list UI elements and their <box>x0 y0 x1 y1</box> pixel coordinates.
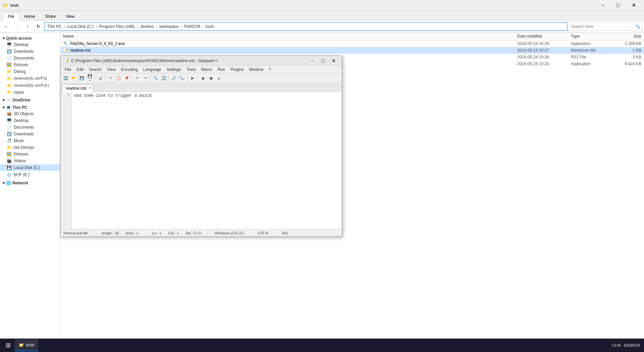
chevron-icon-pc: ▾ <box>3 105 5 110</box>
tab-home[interactable]: Home <box>19 12 40 20</box>
taskbar-time: 13:45 <box>612 343 621 347</box>
npp-tool-stop[interactable]: ⏹ <box>207 75 215 82</box>
table-row[interactable]: 📝 readme.md 2018-05-24 10:27 Markdown fi… <box>60 47 644 54</box>
col-name-header[interactable]: Name <box>63 34 517 39</box>
tab-share[interactable]: Share <box>40 12 61 20</box>
npp-tool-save[interactable]: 💾 <box>78 75 86 82</box>
maximize-button[interactable]: □ <box>610 0 626 11</box>
downloads-icon-pc: ⬇️ <box>7 132 12 136</box>
tab-view[interactable]: View <box>61 12 79 20</box>
npp-menu-language[interactable]: Language <box>141 67 164 73</box>
line-number-1: 1 <box>62 93 70 98</box>
sidebar-item-desktop-qa[interactable]: 🖥️ Desktop <box>0 41 60 48</box>
sidebar-item-desktop-pc[interactable]: 🖥️ Desktop <box>0 117 60 124</box>
title-text: tools <box>10 3 19 8</box>
npp-tool-paste[interactable]: 📌 <box>123 75 130 82</box>
npp-menu-tools[interactable]: Tools <box>184 67 199 73</box>
npp-tab-close-icon[interactable]: ✕ <box>89 86 92 90</box>
col-size-header[interactable]: Size <box>614 34 641 39</box>
npp-tool-undo[interactable]: ↩ <box>133 75 141 82</box>
tab-file[interactable]: File <box>3 12 19 20</box>
sidebar-section-thispc[interactable]: ▾ 💻 This PC <box>0 103 60 111</box>
npp-tool-replace[interactable]: 🔄 <box>160 75 167 82</box>
address-path[interactable]: This PC › Local Disk (C:) › Program File… <box>44 22 568 31</box>
npp-content[interactable]: add some line to trigger a build <box>71 92 342 229</box>
npp-tool-print[interactable]: 🖨 <box>97 75 104 82</box>
npp-tool-open[interactable]: 📂 <box>70 75 77 82</box>
sidebar-item-documents-qa[interactable]: 📄 Documents <box>0 55 60 61</box>
npp-tool-find[interactable]: 🔍 <box>152 75 159 82</box>
sidebar-item-repair[interactable]: 📁 repair <box>0 89 60 96</box>
col-date-header[interactable]: Date modified <box>517 34 571 39</box>
col-type-header[interactable]: Type <box>571 34 614 39</box>
table-row[interactable]: 🔧 FileZilla_Server-0_9_60_2.exe 2018-05-… <box>60 40 644 47</box>
documents-icon-pc: 📄 <box>7 125 12 130</box>
refresh-button[interactable]: ↻ <box>34 22 43 31</box>
npp-menu-search[interactable]: Search <box>86 67 104 73</box>
sidebar-item-videos[interactable]: 🎬 Videos <box>0 158 60 164</box>
npp-tool-zoom-out[interactable]: 🔍- <box>178 75 186 82</box>
npp-menu-file[interactable]: File <box>62 67 74 73</box>
npp-tab-readme[interactable]: readme.md ✕ <box>62 85 93 92</box>
npp-tool-redo[interactable]: ↪ <box>142 75 149 82</box>
npp-tool-playback[interactable]: ⏵ <box>215 75 223 82</box>
taskbar-item-tools[interactable]: 📁 tools <box>15 339 38 351</box>
pictures-icon-qa: 🖼️ <box>7 62 12 67</box>
sidebar-item-documents-pc[interactable]: 📄 Documents <box>0 124 60 131</box>
sidebar-item-netdevops[interactable]: 📁 net Devops <box>0 144 60 151</box>
sidebar-item-pictures-qa[interactable]: 🖼️ Pictures <box>0 61 60 68</box>
sidebar-item-downloads-pc[interactable]: ⬇️ Downloads <box>0 131 60 137</box>
npp-menu-edit[interactable]: Edit <box>74 67 86 73</box>
npp-menu-view[interactable]: View <box>104 67 118 73</box>
npp-tool-new[interactable]: 🆕 <box>62 75 69 82</box>
npp-tool-zoom-in[interactable]: 🔎 <box>170 75 178 82</box>
sidebar-item-debug[interactable]: 📁 Debug <box>0 68 60 75</box>
taskbar: ⊞ 📁 tools 13:45 2018/5/24 <box>0 339 644 352</box>
npp-menu-window[interactable]: Window <box>246 67 266 73</box>
npp-tool-copy[interactable]: 📋 <box>115 75 122 82</box>
start-button[interactable]: ⊞ <box>1 339 15 351</box>
npp-menu-plugins[interactable]: Plugins <box>228 67 246 73</box>
title-controls: − □ ✕ <box>595 0 641 11</box>
videos-icon: 🎬 <box>7 159 12 163</box>
search-box[interactable]: 🔍 <box>569 22 643 31</box>
npp-menu-help[interactable]: ? <box>266 67 274 73</box>
forward-button[interactable]: → <box>12 22 21 31</box>
back-button[interactable]: ← <box>1 22 11 31</box>
npp-title-text: C:\Program Files (x86)\Jenkins\workspace… <box>71 58 307 63</box>
npp-close-button[interactable]: ✕ <box>328 56 339 65</box>
npp-menu-settings[interactable]: Settings <box>164 67 183 73</box>
npp-menu: File Edit Search View Encoding Language … <box>61 66 342 73</box>
md-icon-readme: 📝 <box>63 48 68 53</box>
minimize-button[interactable]: − <box>595 0 610 11</box>
npp-tool-cut[interactable]: ✂ <box>107 75 114 82</box>
sidebar-item-software-e[interactable]: 💿 软件 (E:) <box>0 171 60 179</box>
npp-status-sep-5 <box>275 231 275 235</box>
desktop-icon-pc: 🖥️ <box>7 118 12 123</box>
npp-menu-encoding[interactable]: Encoding <box>118 67 141 73</box>
npp-menu-run[interactable]: Run <box>215 67 228 73</box>
npp-minimize-button[interactable]: − <box>307 56 318 65</box>
npp-tool-record[interactable]: ⏺ <box>199 75 207 82</box>
title-bar: 📁 tools − □ ✕ <box>0 0 644 11</box>
sidebar-item-jenkins2[interactable]: 📁 Jenkins结合.net平台1 <box>0 82 60 89</box>
npp-menu-macro[interactable]: Macro <box>199 67 215 73</box>
sidebar-item-jenkins1[interactable]: 📁 Jenkins结合.net平台 <box>0 75 60 82</box>
npp-tool-run[interactable]: ▶ <box>189 75 196 82</box>
sidebar-item-pictures-pc[interactable]: 🖼️ Pictures <box>0 151 60 158</box>
sidebar-section-quick-access[interactable]: ▾ Quick access <box>0 34 60 41</box>
folder-icon-jenkins1: 📁 <box>7 76 12 81</box>
quick-access-label: Quick access <box>6 36 32 41</box>
exe-icon-filezilla: 🔧 <box>63 41 68 46</box>
sidebar-item-local-disk[interactable]: 💾 Local Disk (C:) <box>0 164 60 171</box>
sidebar-item-3d[interactable]: 📦 3D Objects <box>0 111 60 117</box>
sidebar-item-downloads-qa[interactable]: ⬇️ Downloads <box>0 48 60 55</box>
sidebar-section-onedrive[interactable]: ▾ ☁️ OneDrive <box>0 96 60 103</box>
sidebar-item-music[interactable]: 🎵 Music <box>0 137 60 144</box>
up-button[interactable]: ↑ <box>23 22 32 31</box>
sidebar-section-network[interactable]: ▾ 🌐 Network <box>0 179 60 186</box>
close-button[interactable]: ✕ <box>626 0 641 11</box>
npp-maximize-button[interactable]: □ <box>318 56 328 65</box>
search-input[interactable] <box>571 24 635 29</box>
npp-tool-save-all[interactable]: 💾+ <box>86 75 94 82</box>
